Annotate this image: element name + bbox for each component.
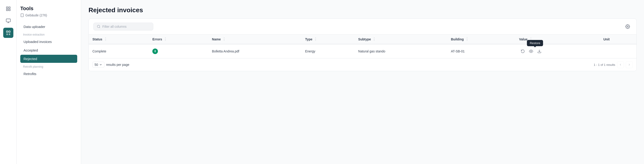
sidebar: Tools Gebäude (276) Data uploader Invoic… bbox=[16, 0, 81, 164]
col-header-building: Building ⋮ bbox=[447, 35, 516, 44]
sidebar-subtitle: Gebäude (276) bbox=[20, 14, 77, 17]
svg-rect-1 bbox=[8, 7, 10, 8]
sidebar-nav: Data uploader Invoice extraction Uploade… bbox=[20, 23, 77, 78]
chevron-right-icon bbox=[628, 63, 631, 66]
search-icon bbox=[97, 25, 100, 28]
svg-point-22 bbox=[627, 26, 628, 27]
monitor-view-icon[interactable] bbox=[3, 16, 13, 26]
svg-rect-13 bbox=[21, 14, 24, 17]
prev-page-button[interactable] bbox=[617, 61, 624, 68]
per-page-control: 50 results per page bbox=[92, 62, 129, 68]
gear-icon bbox=[625, 24, 630, 29]
invoices-table: Status ⋮ Errors ⋮ bbox=[89, 35, 636, 58]
sidebar-section-invoice-extraction: Invoice extraction bbox=[20, 31, 77, 37]
type-col-menu[interactable]: ⋮ bbox=[314, 37, 318, 41]
cell-type: Energy bbox=[302, 44, 354, 58]
pagination-text: 1 - 1 of 1 results bbox=[594, 63, 615, 67]
main-header: Rejected invoices bbox=[81, 0, 644, 19]
row-actions: Restore bbox=[519, 48, 596, 55]
cell-status: Complete bbox=[89, 44, 149, 58]
card-toolbar bbox=[89, 19, 636, 35]
svg-rect-2 bbox=[6, 9, 8, 11]
download-icon bbox=[537, 49, 542, 53]
restore-icon bbox=[521, 49, 525, 53]
sidebar-item-data-uploader[interactable]: Data uploader bbox=[20, 23, 77, 31]
search-input[interactable] bbox=[102, 25, 150, 28]
search-box[interactable] bbox=[93, 23, 153, 31]
icon-bar bbox=[0, 0, 16, 164]
grid-view-icon[interactable] bbox=[3, 4, 13, 14]
cell-name: Bolletta Andrea.pdf bbox=[208, 44, 302, 58]
building-icon bbox=[20, 14, 24, 17]
main-area: Rejected invoices bbox=[81, 0, 644, 164]
col-header-type: Type ⋮ bbox=[302, 35, 354, 44]
subtype-col-menu[interactable]: ⋮ bbox=[372, 37, 376, 41]
col-header-errors: Errors ⋮ bbox=[149, 35, 208, 44]
sidebar-section-retrofit-planning: Retrofit planning bbox=[20, 63, 77, 69]
per-page-label: results per page bbox=[106, 63, 129, 67]
svg-rect-8 bbox=[8, 31, 10, 32]
cell-unit bbox=[600, 44, 636, 58]
svg-point-23 bbox=[530, 51, 532, 52]
cell-errors: 0 bbox=[149, 44, 208, 58]
page-title: Rejected invoices bbox=[88, 7, 636, 14]
svg-rect-3 bbox=[8, 9, 10, 11]
building-col-menu[interactable]: ⋮ bbox=[465, 37, 469, 41]
restore-action-button[interactable] bbox=[519, 48, 526, 55]
sidebar-item-uploaded-invoices[interactable]: Uploaded invoices bbox=[20, 38, 77, 46]
errors-col-menu[interactable]: ⋮ bbox=[164, 37, 167, 41]
sidebar-item-retrofits[interactable]: Retrofits bbox=[20, 70, 77, 78]
table-footer: 50 results per page 1 - 1 of 1 results bbox=[89, 58, 636, 71]
next-page-button[interactable] bbox=[626, 61, 633, 68]
main-content: Status ⋮ Errors ⋮ bbox=[81, 19, 644, 164]
svg-rect-7 bbox=[6, 31, 8, 32]
table-header-row: Status ⋮ Errors ⋮ bbox=[89, 35, 636, 44]
restore-tooltip-popup: Restore bbox=[527, 40, 543, 46]
tools-view-icon[interactable] bbox=[3, 28, 13, 38]
cell-building: AT-SB-01 bbox=[447, 44, 516, 58]
chevron-down-icon bbox=[99, 63, 102, 66]
pagination-info: 1 - 1 of 1 results bbox=[594, 61, 633, 68]
per-page-select[interactable]: 50 bbox=[92, 62, 104, 68]
view-action-button[interactable] bbox=[527, 48, 535, 55]
sidebar-title: Tools bbox=[20, 6, 77, 12]
col-header-unit: Unit bbox=[600, 35, 636, 44]
errors-badge: 0 bbox=[152, 49, 158, 54]
cell-value: Restore bbox=[516, 44, 600, 58]
col-header-name: Name ⋮ bbox=[208, 35, 302, 44]
settings-button[interactable] bbox=[624, 22, 632, 31]
svg-rect-4 bbox=[6, 19, 10, 22]
restore-tooltip-container: Restore bbox=[536, 48, 543, 55]
svg-rect-0 bbox=[6, 7, 8, 8]
svg-point-20 bbox=[97, 25, 100, 28]
download-action-button[interactable] bbox=[536, 48, 543, 55]
cell-subtype: Natural gas stando bbox=[354, 44, 447, 58]
invoices-card: Status ⋮ Errors ⋮ bbox=[88, 19, 636, 71]
col-header-status: Status ⋮ bbox=[89, 35, 149, 44]
status-col-menu[interactable]: ⋮ bbox=[104, 37, 108, 41]
svg-line-21 bbox=[99, 27, 100, 28]
eye-icon bbox=[529, 49, 533, 53]
name-col-menu[interactable]: ⋮ bbox=[222, 37, 226, 41]
col-header-subtype: Subtype ⋮ bbox=[354, 35, 447, 44]
sidebar-item-rejected[interactable]: Rejected bbox=[20, 55, 77, 63]
chevron-left-icon bbox=[619, 63, 622, 66]
table-wrapper: Status ⋮ Errors ⋮ bbox=[89, 35, 636, 58]
sidebar-subtitle-text: Gebäude (276) bbox=[25, 14, 47, 17]
sidebar-item-accepted[interactable]: Accepted bbox=[20, 46, 77, 54]
table-row: Complete 0 Bolletta Andrea.pdf Energy bbox=[89, 44, 636, 58]
